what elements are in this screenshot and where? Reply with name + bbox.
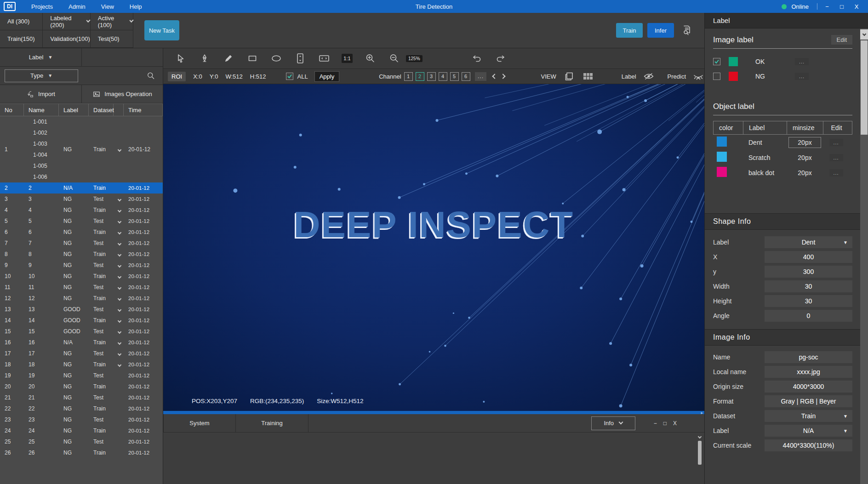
table-row[interactable]: 2626NGTrain20-01-12: [0, 447, 163, 458]
redo-icon[interactable]: [494, 52, 507, 65]
field-value[interactable]: 4000*3000: [765, 381, 852, 393]
table-row[interactable]: 2020NGTrain20-01-12: [0, 381, 163, 392]
image-label-checkbox[interactable]: [713, 58, 720, 65]
channel-button-1[interactable]: 1: [404, 72, 413, 81]
object-label-row[interactable]: Scratch20px...: [713, 150, 852, 165]
chevron-down-icon[interactable]: [118, 286, 121, 290]
predict-visibility-eye-icon[interactable]: [692, 71, 704, 81]
pencil-icon[interactable]: [222, 52, 235, 65]
filter-validation-100-[interactable]: Validation(100): [43, 30, 90, 48]
inspect-report-icon[interactable]: [681, 24, 692, 36]
group-name-item[interactable]: 1-004: [29, 149, 59, 160]
table-row[interactable]: 1717NGTest20-01-12: [0, 348, 163, 359]
group-name-item[interactable]: 1-005: [29, 160, 59, 171]
grid-view-icon[interactable]: [582, 71, 594, 81]
filter-test-50-[interactable]: Test(50): [91, 30, 133, 48]
filter-all-300-[interactable]: All (300): [0, 13, 43, 30]
table-row[interactable]: 1414GOODTrain20-01-12: [0, 315, 163, 326]
table-row[interactable]: 1010NGTrain20-01-12: [0, 271, 163, 282]
table-row[interactable]: 2424NGTrain20-01-12: [0, 425, 163, 436]
chevron-down-icon[interactable]: [118, 308, 121, 312]
cursor-icon[interactable]: [174, 52, 187, 65]
menu-help[interactable]: Help: [130, 3, 142, 10]
table-row[interactable]: 1212NGTrain20-01-12: [0, 293, 163, 304]
rectangle-icon[interactable]: [246, 52, 259, 65]
group-name-item[interactable]: 1-001: [29, 116, 59, 127]
panel-minimize-button[interactable]: −: [654, 420, 657, 427]
image-canvas[interactable]: DEEP INSPECT POS:X203,Y207 RGB:(234,235,…: [163, 84, 704, 411]
prev-channel-icon[interactable]: [492, 74, 497, 79]
group-name-item[interactable]: 1-006: [29, 171, 59, 182]
chevron-down-icon[interactable]: [118, 231, 121, 234]
chevron-down-icon[interactable]: [118, 242, 121, 245]
table-row[interactable]: 55NGTest20-01-12: [0, 216, 163, 227]
fit-vertical-icon[interactable]: [294, 52, 307, 65]
infer-button[interactable]: Infer: [647, 23, 674, 38]
group-name-item[interactable]: 1-002: [29, 127, 59, 138]
table-row[interactable]: 1616N/ATrain20-01-12: [0, 337, 163, 348]
train-button[interactable]: Train: [616, 23, 643, 38]
panel-scrollbar[interactable]: [697, 435, 702, 465]
canvas-horizontal-scrollbar[interactable]: ▸: [163, 411, 704, 414]
more-options-button[interactable]: ...: [829, 169, 843, 177]
table-row[interactable]: 77NGTest20-01-12: [0, 238, 163, 249]
table-row[interactable]: 44NGTrain20-01-12: [0, 205, 163, 216]
table-row[interactable]: 99NGTest20-01-12: [0, 260, 163, 271]
table-row[interactable]: 2222NGTrain20-01-12: [0, 403, 163, 414]
one-to-one-button[interactable]: 1:1: [342, 54, 353, 63]
field-dropdown[interactable]: N/A▼: [765, 425, 852, 437]
table-row[interactable]: 1818NGTrain20-01-12: [0, 359, 163, 370]
undo-icon[interactable]: [470, 52, 483, 65]
image-label-edit-button[interactable]: Edit: [831, 35, 852, 45]
scrollbar-thumb[interactable]: [698, 441, 702, 465]
tab-training[interactable]: Training: [236, 414, 308, 432]
images-operation-button[interactable]: Images Operation: [82, 85, 163, 103]
menu-view[interactable]: View: [101, 3, 114, 10]
channel-button-5[interactable]: 5: [450, 72, 459, 81]
field-value[interactable]: 4400*3300(110%): [765, 439, 852, 451]
field-value[interactable]: 30: [765, 280, 852, 292]
table-row[interactable]: 1313GOODTest20-01-12: [0, 304, 163, 315]
type-filter-dropdown[interactable]: Type ▼: [5, 69, 78, 82]
table-row[interactable]: 2121NGTest20-01-12: [0, 392, 163, 403]
chevron-down-icon[interactable]: [118, 330, 121, 334]
new-task-button[interactable]: New Task: [144, 20, 179, 40]
more-options-button[interactable]: ...: [829, 139, 843, 146]
more-options-button[interactable]: ...: [829, 154, 843, 161]
chevron-down-icon[interactable]: [118, 319, 121, 323]
chevron-down-icon[interactable]: [118, 352, 121, 356]
chevron-down-icon[interactable]: [118, 148, 121, 152]
chevron-down-icon[interactable]: [118, 209, 121, 212]
object-label-row[interactable]: balck dot20px...: [713, 165, 852, 180]
channel-button-4[interactable]: 4: [439, 72, 447, 81]
ellipse-icon[interactable]: [270, 52, 283, 65]
minsize-input[interactable]: 20px: [788, 137, 821, 148]
chevron-down-icon[interactable]: [118, 253, 121, 256]
close-button[interactable]: X: [851, 3, 862, 10]
field-dropdown[interactable]: Dent▼: [765, 236, 852, 248]
apply-button[interactable]: Apply: [314, 71, 340, 82]
search-input[interactable]: [78, 67, 163, 85]
table-row[interactable]: 1919NGTest20-01-12: [0, 370, 163, 381]
table-row[interactable]: 66NGTrain20-01-12: [0, 227, 163, 238]
right-panel-scrollbar[interactable]: [860, 28, 868, 484]
table-group-row[interactable]: 11-0011-0021-0031-0041-0051-006NGTrain20…: [0, 116, 163, 182]
image-label-checkbox[interactable]: [713, 73, 720, 80]
label-filter-dropdown[interactable]: Label ▼: [0, 48, 82, 66]
chevron-down-icon[interactable]: [118, 198, 121, 201]
field-value[interactable]: 0: [765, 310, 852, 322]
table-row[interactable]: 88NGTrain20-01-12: [0, 249, 163, 260]
chevron-down-icon[interactable]: [118, 341, 121, 345]
scrollbar-thumb[interactable]: [861, 40, 868, 135]
tab-system[interactable]: System: [163, 414, 236, 432]
more-options-button[interactable]: ...: [795, 73, 809, 80]
panel-close-button[interactable]: X: [673, 420, 677, 427]
field-value[interactable]: 400: [765, 251, 852, 263]
table-row[interactable]: 1111NGTest20-01-12: [0, 282, 163, 293]
table-row[interactable]: 1515GOODTest20-01-12: [0, 326, 163, 337]
next-channel-icon[interactable]: [501, 74, 506, 79]
more-channels-button[interactable]: ...: [475, 72, 487, 81]
info-dropdown[interactable]: Info: [591, 416, 635, 430]
chevron-down-icon[interactable]: [118, 220, 121, 223]
scrollbar-down-button[interactable]: [860, 29, 868, 40]
